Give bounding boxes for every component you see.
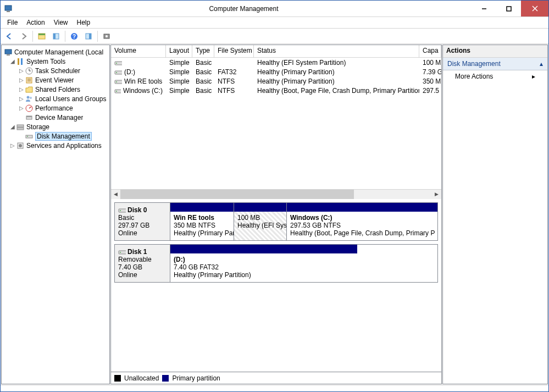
vol-capacity: 350 M [419, 76, 441, 86]
col-status[interactable]: Status [254, 45, 419, 57]
expand-icon[interactable]: ▷ [18, 86, 25, 92]
tree-label: Disk Management [35, 132, 92, 141]
tree-label: System Tools [26, 58, 65, 65]
tree-label: Performance [35, 104, 73, 112]
minimize-button[interactable] [472, 1, 496, 16]
expand-icon[interactable]: ▷ [18, 68, 25, 74]
menu-help[interactable]: Help [73, 18, 95, 27]
disk-panel[interactable]: Disk 0Basic297.97 GBOnlineWin RE tools35… [111, 199, 441, 372]
svg-rect-17 [7, 54, 10, 56]
volume-row[interactable]: Win RE toolsSimpleBasicNTFSHealthy (Prim… [111, 76, 441, 86]
svg-point-35 [27, 136, 28, 137]
col-type[interactable]: Type [192, 45, 214, 57]
disk-partitions: Win RE tools350 MB NTFSHealthy (Primary … [170, 202, 438, 241]
vol-fs: NTFS [214, 76, 254, 86]
vol-capacity: 7.39 G [419, 67, 441, 76]
volume-rows[interactable]: SimpleBasicHealthy (EFI System Partition… [111, 58, 441, 189]
legend-swatch-primary [162, 375, 169, 382]
collapse-icon[interactable]: ◢ [9, 124, 16, 130]
help-button[interactable]: ? [68, 30, 81, 43]
scroll-thumb[interactable] [120, 190, 354, 199]
services-icon [16, 141, 25, 150]
partition-stripe [234, 203, 286, 212]
tree-label: Computer Management (Local [14, 48, 103, 56]
tree-services-apps[interactable]: ▷ Services and Applications [2, 141, 109, 150]
refresh-button[interactable] [82, 30, 95, 43]
tree-system-tools[interactable]: ◢ System Tools [2, 57, 109, 66]
disk-info[interactable]: Disk 1Removable7.40 GBOnline [114, 244, 170, 283]
tree-task-scheduler[interactable]: ▷ Task Scheduler [2, 66, 109, 75]
expand-icon[interactable]: ▷ [18, 105, 25, 111]
col-volume[interactable]: Volume [111, 45, 166, 57]
scroll-right-arrow[interactable]: ▶ [432, 190, 441, 199]
partition-stripe [287, 203, 437, 212]
col-filesystem[interactable]: File System [214, 45, 254, 57]
svg-rect-18 [18, 58, 19, 65]
vol-status: Healthy (Primary Partition) [254, 67, 419, 76]
partition[interactable]: 100 MBHealthy (EFI Sys [234, 203, 287, 240]
horizontal-scrollbar[interactable]: ◀ ▶ [111, 189, 441, 198]
menu-file[interactable]: File [3, 18, 22, 27]
tools-icon [16, 57, 25, 66]
scroll-track[interactable] [120, 190, 432, 199]
tree-device-manager[interactable]: Device Manager [2, 113, 109, 122]
nav-forward-button[interactable] [17, 30, 30, 43]
partition[interactable]: Win RE tools350 MB NTFSHealthy (Primary … [170, 203, 234, 240]
menu-action[interactable]: Action [22, 18, 49, 27]
expand-icon[interactable]: ▷ [18, 77, 25, 83]
svg-rect-38 [115, 62, 122, 65]
menu-view[interactable]: View [49, 18, 73, 27]
vol-type: Basic [192, 58, 214, 67]
disk-info[interactable]: Disk 0Basic297.97 GBOnline [114, 202, 170, 241]
collapse-icon[interactable]: ◢ [9, 58, 16, 64]
vol-fs: FAT32 [214, 67, 254, 76]
event-icon [25, 76, 34, 85]
vol-name: Win RE tools [111, 76, 166, 86]
tree-event-viewer[interactable]: ▷ Event Viewer [2, 75, 109, 85]
nav-back-button[interactable] [3, 30, 16, 43]
volume-row[interactable]: (D:)SimpleBasicFAT32Healthy (Primary Par… [111, 67, 441, 76]
tree-root[interactable]: Computer Management (Local [2, 47, 109, 57]
tree-performance[interactable]: ▷ Performance [2, 103, 109, 113]
tree-shared-folders[interactable]: ▷ Shared Folders [2, 85, 109, 94]
scroll-left-arrow[interactable]: ◀ [111, 190, 120, 199]
volume-row[interactable]: SimpleBasicHealthy (EFI System Partition… [111, 58, 441, 67]
tree-disk-management[interactable]: Disk Management [2, 131, 109, 141]
partition[interactable]: Windows (C:)297.53 GB NTFSHealthy (Boot,… [287, 203, 437, 240]
vol-name [111, 58, 166, 67]
partition-stripe [170, 203, 234, 212]
vol-fs: NTFS [214, 86, 254, 95]
tree-storage[interactable]: ◢ Storage [2, 122, 109, 131]
maximize-button[interactable] [496, 1, 521, 16]
disk-partitions: (D:)7.40 GB FAT32Healthy (Primary Partit… [170, 244, 438, 283]
partition[interactable]: (D:)7.40 GB FAT32Healthy (Primary Partit… [170, 245, 357, 282]
vol-name: (D:) [111, 67, 166, 76]
action-more-actions[interactable]: More Actions ▸ [443, 70, 547, 82]
close-button[interactable] [521, 1, 548, 16]
action-group-disk-management[interactable]: Disk Management ▴ [443, 58, 547, 70]
svg-rect-46 [119, 209, 126, 212]
expand-icon[interactable]: ▷ [9, 142, 16, 148]
actions-header: Actions [443, 45, 547, 58]
svg-point-45 [116, 91, 117, 92]
body-area: Computer Management (Local ◢ System Tool… [1, 44, 548, 385]
show-hide-button[interactable] [35, 30, 48, 43]
volume-row[interactable]: Windows (C:)SimpleBasicNTFSHealthy (Boot… [111, 86, 441, 95]
svg-rect-9 [53, 34, 56, 39]
col-layout[interactable]: Layout [166, 45, 192, 57]
settings-button[interactable] [100, 30, 113, 43]
svg-rect-7 [38, 34, 45, 35]
vol-type: Basic [192, 67, 214, 76]
expand-icon[interactable]: ▷ [18, 96, 25, 102]
svg-text:?: ? [73, 34, 76, 40]
svg-rect-42 [115, 80, 122, 84]
tree-local-users[interactable]: ▷ Local Users and Groups [2, 94, 109, 103]
properties-button[interactable] [49, 30, 63, 43]
svg-point-47 [120, 210, 121, 211]
volume-header-row: Volume Layout Type File System Status Ca… [111, 45, 441, 58]
svg-point-49 [120, 252, 121, 253]
menubar: File Action View Help [1, 17, 548, 29]
vol-layout: Simple [166, 76, 192, 86]
col-capacity[interactable]: Capa [419, 45, 441, 57]
tree-pane[interactable]: Computer Management (Local ◢ System Tool… [1, 45, 110, 384]
